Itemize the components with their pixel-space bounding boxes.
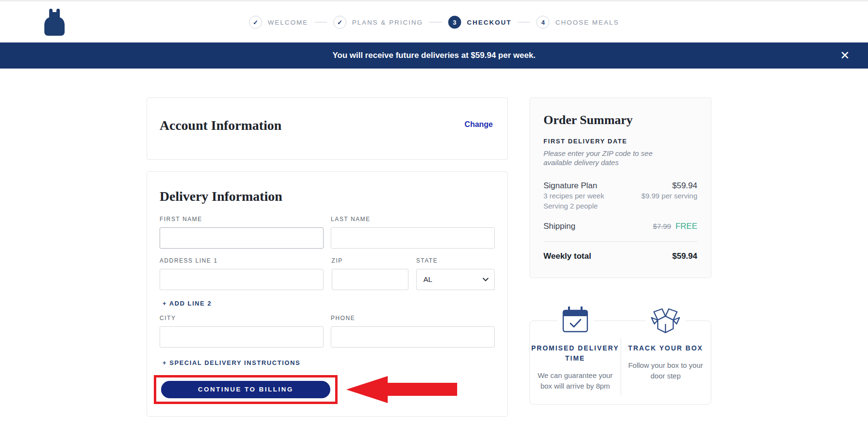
order-summary-title: Order Summary — [543, 113, 697, 127]
plan-price: $59.94 — [672, 181, 697, 191]
track-box-text: Follow your box to your door step — [627, 360, 704, 381]
open-box-icon — [646, 306, 685, 335]
state-label: STATE — [416, 257, 495, 264]
weekly-total-row: Weekly total $59.94 — [543, 251, 697, 261]
plan-detail-row: 3 recipes per week $9.99 per serving — [543, 191, 697, 201]
track-box-column: TRACK YOUR BOX Follow your box to your d… — [621, 321, 711, 404]
blue-apron-logo-icon[interactable] — [43, 8, 66, 36]
step-welcome[interactable]: ✓ WELCOME — [249, 15, 308, 28]
first-name-label: FIRST NAME — [160, 216, 324, 223]
promised-delivery-column: PROMISED DELIVERY TIME We can guarantee … — [530, 321, 621, 404]
zip-label: ZIP — [332, 257, 408, 264]
close-icon[interactable]: ✕ — [840, 50, 850, 61]
state-selected-value: AL — [423, 275, 432, 283]
address-line1-field[interactable] — [160, 269, 324, 290]
plan-name: Signature Plan — [543, 181, 597, 191]
pricing-notification-banner: You will receive future deliveries at $5… — [0, 42, 868, 69]
delivery-information-title: Delivery Information — [160, 189, 495, 204]
change-account-link[interactable]: Change — [464, 120, 493, 129]
step-plans-pricing[interactable]: ✓ PLANS & PRICING — [333, 15, 423, 28]
weekly-total-value: $59.94 — [672, 251, 697, 261]
zip-hint-text: Please enter your ZIP code to see availa… — [543, 149, 674, 168]
order-summary-card: Order Summary FIRST DELIVERY DATE Please… — [529, 98, 711, 278]
step-connector — [429, 22, 442, 22]
banner-message: You will receive future deliveries at $5… — [332, 51, 535, 60]
annotation-arrow-icon — [346, 376, 457, 403]
city-field[interactable] — [160, 326, 324, 348]
first-delivery-date-label: FIRST DELIVERY DATE — [543, 138, 697, 145]
step-check-icon: ✓ — [333, 15, 346, 28]
shipping-label: Shipping — [543, 222, 575, 231]
promised-delivery-text: We can guarantee your box will arrive by… — [537, 370, 614, 391]
summary-divider — [543, 241, 697, 242]
step-label: CHECKOUT — [467, 18, 512, 26]
add-line2-button[interactable]: + ADD LINE 2 — [163, 300, 212, 307]
step-checkout[interactable]: 3 CHECKOUT — [448, 15, 512, 28]
step-number-icon: 3 — [448, 15, 461, 28]
account-information-card: Account Information Change — [147, 98, 508, 160]
weekly-total-label: Weekly total — [543, 251, 591, 261]
zip-field[interactable] — [332, 269, 408, 290]
annotation-highlight-box: CONTINUE TO BILLING — [154, 375, 338, 404]
continue-to-billing-button[interactable]: CONTINUE TO BILLING — [161, 381, 330, 398]
state-select[interactable]: AL — [416, 269, 495, 290]
chevron-down-icon — [483, 278, 488, 281]
per-serving-price: $9.99 per serving — [641, 191, 697, 201]
first-name-field[interactable] — [160, 227, 324, 249]
promised-delivery-title: PROMISED DELIVERY TIME — [530, 343, 621, 363]
plan-row: Signature Plan $59.94 — [543, 181, 697, 191]
phone-label: PHONE — [331, 315, 495, 321]
checkout-stepper: ✓ WELCOME ✓ PLANS & PRICING 3 CHECKOUT 4… — [249, 15, 619, 28]
shipping-free-badge: FREE — [676, 222, 697, 231]
step-check-icon: ✓ — [249, 15, 262, 28]
track-box-title: TRACK YOUR BOX — [621, 343, 711, 353]
step-choose-meals[interactable]: 4 CHOOSE MEALS — [537, 15, 619, 28]
last-name-field[interactable] — [331, 227, 495, 249]
shipping-row: Shipping $7.99 FREE — [543, 222, 697, 231]
step-label: WELCOME — [268, 18, 308, 26]
step-connector — [314, 22, 327, 22]
checkout-content: Account Information Change Delivery Info… — [0, 69, 868, 417]
step-label: CHOOSE MEALS — [556, 18, 619, 26]
account-information-title: Account Information — [160, 118, 282, 133]
shipping-old-price: $7.99 — [653, 222, 671, 230]
phone-field[interactable] — [331, 326, 495, 348]
city-label: CITY — [160, 315, 324, 321]
step-number-icon: 4 — [537, 15, 550, 28]
top-navigation: ✓ WELCOME ✓ PLANS & PRICING 3 CHECKOUT 4… — [0, 0, 868, 42]
step-connector — [518, 22, 530, 22]
delivery-information-card: Delivery Information FIRST NAME LAST NAM… — [147, 171, 508, 417]
plan-serving-detail: Serving 2 people — [543, 201, 697, 211]
calendar-check-icon — [557, 306, 594, 335]
delivery-benefits-panel: PROMISED DELIVERY TIME We can guarantee … — [529, 321, 711, 405]
special-delivery-instructions-button[interactable]: + SPECIAL DELIVERY INSTRUCTIONS — [163, 359, 300, 366]
plan-recipes-detail: 3 recipes per week — [543, 191, 604, 201]
address-line1-label: ADDRESS LINE 1 — [160, 257, 324, 264]
last-name-label: LAST NAME — [331, 216, 495, 223]
step-label: PLANS & PRICING — [352, 18, 423, 26]
